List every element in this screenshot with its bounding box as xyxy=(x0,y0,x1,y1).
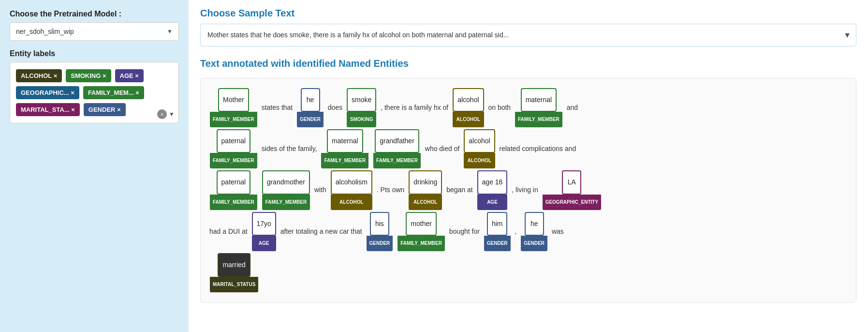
entity-dropdown-icon[interactable]: ▼ xyxy=(169,111,175,118)
token-label-mother: FAMILY_MEMBER xyxy=(210,112,257,127)
word-states-that: states that xyxy=(262,104,293,111)
token-label-la: GEOGRAPHIC_ENTITY xyxy=(543,195,601,210)
token-box-he1: he xyxy=(301,88,320,112)
tag-age[interactable]: AGE × xyxy=(115,69,144,82)
token-box-paternal1: paternal xyxy=(217,129,251,153)
token-box-alcohol2: alcohol xyxy=(464,129,495,153)
token-drinking: drinking ALCOHOL xyxy=(409,170,442,210)
token-box-alcoholism: alcoholism xyxy=(331,170,372,194)
token-label-mother: FAMILY_MEMBER xyxy=(397,236,445,251)
entity-labels-box: ALCOHOL × SMOKING × AGE × GEOGRAPHIC... … xyxy=(10,62,179,123)
token-his: his GENDER xyxy=(367,212,393,251)
token-alcohol2: alcohol ALCOHOL xyxy=(464,129,495,168)
word-related-complications: related complications and xyxy=(500,145,576,152)
word-there-is: , there is a family hx of xyxy=(381,104,448,111)
word-who-died-of: who died of xyxy=(425,145,460,152)
annotation-area: Mother FAMILY_MEMBER states that he GEND… xyxy=(200,78,856,302)
token-label-alcohol1: ALCOHOL xyxy=(453,112,484,127)
token-grandmother: grandmother FAMILY_MEMBER xyxy=(262,170,310,210)
token-label-smoke: SMOKING xyxy=(347,112,376,127)
token-he2: he GENDER xyxy=(521,212,547,251)
token-box-married: married xyxy=(218,253,250,277)
token-box-la: LA xyxy=(562,170,581,194)
token-smoke: smoke SMOKING xyxy=(347,88,376,127)
word-began-at: began at xyxy=(446,186,473,194)
tag-gender[interactable]: GENDER × xyxy=(84,103,126,116)
tag-family[interactable]: FAMILY_MEM... × xyxy=(83,86,144,99)
tag-marital[interactable]: MARITAL_STA... × xyxy=(16,103,80,116)
tag-smoking[interactable]: SMOKING × xyxy=(66,69,111,82)
token-alcohol1: alcohol ALCOHOL xyxy=(453,88,484,127)
word-with: with xyxy=(314,186,326,194)
token-label-paternal1: FAMILY_MEMBER xyxy=(210,153,257,168)
token-label-drinking: ALCOHOL xyxy=(409,195,442,210)
token-alcoholism: alcoholism ALCOHOL xyxy=(331,170,372,210)
token-mother: Mother FAMILY_MEMBER xyxy=(210,88,257,127)
sample-dropdown-arrow-icon[interactable]: ▼ xyxy=(843,30,851,41)
clear-all-button[interactable]: × xyxy=(157,109,167,119)
token-box-age16: age 16 xyxy=(477,170,508,194)
token-label-married: MARITAL_STATUS xyxy=(210,277,258,292)
tag-geographic[interactable]: GEOGRAPHIC... × xyxy=(16,86,79,99)
token-label-alcohol2: ALCOHOL xyxy=(464,153,495,168)
token-grandfather: grandfather FAMILY_MEMBER xyxy=(373,129,421,168)
token-label-his: GENDER xyxy=(367,236,393,251)
word-after-totaling: after totaling a new car that xyxy=(280,227,362,235)
word-had-a-dui-at: had a DUI at xyxy=(209,227,248,235)
token-label-alcoholism: ALCOHOL xyxy=(331,195,372,210)
entity-labels-title: Entity labels xyxy=(10,49,179,58)
token-label-maternal1: FAMILY_MEMBER xyxy=(515,112,562,127)
chevron-down-icon: ▼ xyxy=(167,28,173,35)
word-bought-for: bought for xyxy=(449,227,480,235)
token-label-17yo: AGE xyxy=(252,236,276,251)
token-box-paternal2: paternal xyxy=(217,170,251,194)
word-pts-own: . Pts own xyxy=(377,186,405,194)
token-box-his: his xyxy=(370,212,389,236)
token-box-17yo: 17yo xyxy=(252,212,276,236)
token-label-grandfather: FAMILY_MEMBER xyxy=(373,153,421,168)
token-maternal2: maternal FAMILY_MEMBER xyxy=(321,129,368,168)
token-box-smoke: smoke xyxy=(347,88,376,112)
token-paternal1: paternal FAMILY_MEMBER xyxy=(210,129,257,168)
token-label-age16: AGE xyxy=(477,195,508,210)
model-label: Choose the Pretrained Model : xyxy=(10,10,179,18)
word-sides: sides of the family, xyxy=(262,145,317,152)
model-select[interactable]: ner_sdoh_slim_wip ▼ xyxy=(10,22,179,41)
token-maternal1: maternal FAMILY_MEMBER xyxy=(515,88,562,127)
token-married: married MARITAL_STATUS xyxy=(210,253,258,292)
token-box-mother: Mother xyxy=(218,88,249,112)
token-box-mother: mother xyxy=(406,212,437,236)
token-he1: he GENDER xyxy=(297,88,324,127)
tag-alcohol[interactable]: ALCOHOL × xyxy=(16,69,62,82)
token-mother: mother FAMILY_MEMBER xyxy=(397,212,445,251)
word-on-both: on both xyxy=(488,104,511,111)
entity-box-actions: × ▼ xyxy=(157,109,175,119)
annotated-title: Text annotated with identified Named Ent… xyxy=(200,58,856,69)
right-panel: Choose Sample Text Mother states that he… xyxy=(189,0,868,332)
token-box-grandmother: grandmother xyxy=(262,170,310,194)
token-label-paternal2: FAMILY_MEMBER xyxy=(210,195,257,210)
word-was: was xyxy=(552,227,564,235)
token-box-drinking: drinking xyxy=(409,170,442,194)
token-17yo: 17yo AGE xyxy=(252,212,276,251)
token-box-him: him xyxy=(487,212,508,236)
left-panel: Choose the Pretrained Model : ner_sdoh_s… xyxy=(0,0,189,332)
token-box-he2: he xyxy=(525,212,544,236)
sample-text-box[interactable]: Mother states that he does smoke, there … xyxy=(200,24,856,46)
token-age16: age 16 AGE xyxy=(477,170,508,210)
token-label-he1: GENDER xyxy=(297,112,324,127)
token-label-maternal2: FAMILY_MEMBER xyxy=(321,153,368,168)
token-paternal2: paternal FAMILY_MEMBER xyxy=(210,170,257,210)
token-box-maternal2: maternal xyxy=(327,129,363,153)
sample-text-content: Mother states that he does smoke, there … xyxy=(207,31,509,39)
word-living-in: , living in xyxy=(512,186,538,194)
token-label-grandmother: FAMILY_MEMBER xyxy=(262,195,310,210)
token-box-alcohol1: alcohol xyxy=(453,88,484,112)
token-box-maternal1: maternal xyxy=(521,88,557,112)
token-label-him: GENDER xyxy=(484,236,511,251)
word-comma: , xyxy=(515,227,517,235)
token-box-grandfather: grandfather xyxy=(375,129,419,153)
word-and: and xyxy=(567,104,578,111)
token-la: LA GEOGRAPHIC_ENTITY xyxy=(543,170,601,210)
word-does: does xyxy=(328,104,342,111)
